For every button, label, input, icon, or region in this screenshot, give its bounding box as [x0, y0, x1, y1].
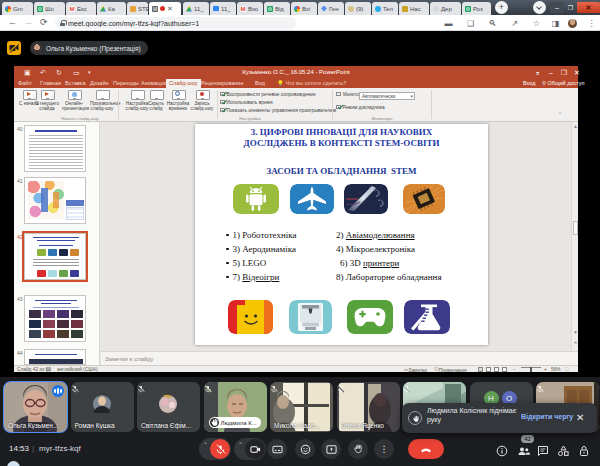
more-options-button[interactable]: ⋮	[374, 439, 394, 459]
zoom-in-icon[interactable]: +	[544, 367, 547, 372]
zoom-percentage[interactable]: 56%	[551, 367, 561, 372]
chat-button[interactable]	[537, 443, 550, 456]
browser-tab[interactable]: Тел	[372, 2, 398, 15]
camera-off-badge[interactable]	[7, 41, 21, 55]
checkbox-presenter-view[interactable]: Режим докладчика	[336, 104, 385, 110]
ppt-minimize-button[interactable]: –	[545, 66, 557, 79]
view-slideshow-button[interactable]	[502, 367, 507, 372]
back-icon[interactable]: ←	[8, 17, 17, 27]
present-screen-button[interactable]	[321, 439, 341, 459]
notes-pane[interactable]: Заметки к слайду	[101, 351, 578, 365]
mic-muted-button[interactable]	[210, 439, 230, 459]
captions-button[interactable]	[267, 439, 287, 459]
toast-open-queue-button[interactable]: Відкрити чергу	[521, 413, 573, 420]
ppt-tab-design[interactable]: Дизайн	[90, 79, 109, 88]
ribbon-present-online-button[interactable]: Онлайн-презентация	[62, 90, 86, 112]
ppt-tab-file[interactable]: Файл	[18, 79, 32, 88]
browser-tab[interactable]: Нас	[399, 2, 429, 15]
view-normal-button[interactable]	[478, 367, 483, 372]
scroll-up-icon[interactable]: ▲	[572, 122, 579, 130]
browser-tab[interactable]: Шо	[34, 2, 65, 15]
activities-button[interactable]	[557, 443, 570, 456]
bookmark-star-icon[interactable]: ☆	[532, 19, 541, 28]
video-tile-liudmyla[interactable]: Людмила К...	[204, 382, 267, 432]
browser-tab[interactable]: STE	[127, 2, 148, 15]
ppt-tab-insert[interactable]: Вставка	[65, 79, 85, 88]
browser-tab[interactable]: Ка	[97, 2, 126, 15]
meeting-details-button[interactable]	[496, 443, 509, 456]
slide-thumbnail-41[interactable]	[24, 177, 86, 224]
presenter-pill[interactable]: Ольга Кузьменко (Презентація)	[30, 41, 148, 55]
window-maximize-button[interactable]: ❐	[565, 2, 576, 13]
ppt-tab-slideshow[interactable]: Слайд-шоу	[166, 79, 201, 88]
ppt-tab-view[interactable]: Вид	[255, 79, 265, 88]
tab-search-chevron-button[interactable]	[533, 1, 546, 14]
share-icon[interactable]: ↗	[510, 19, 519, 28]
video-tile-olha[interactable]: Ольга Кузьмен...	[4, 382, 67, 432]
browser-tab[interactable]: Вхі	[291, 2, 317, 15]
browser-tab[interactable]: Дер	[430, 2, 461, 15]
spellcheck-icon[interactable]: 🕮	[46, 367, 51, 372]
new-tab-button[interactable]: +	[495, 1, 508, 14]
zoom-out-icon[interactable]: −	[513, 367, 516, 372]
browser-tab-active-meet[interactable]: M ✕	[149, 2, 181, 15]
browser-tab[interactable]: 11_	[210, 2, 236, 15]
browser-tab[interactable]: MВхо	[237, 2, 263, 15]
video-tile-roman[interactable]: Роман Кушка	[71, 382, 134, 432]
mic-options-chevron[interactable]: ⌃	[203, 441, 208, 448]
window-minimize-button[interactable]: –	[550, 2, 564, 13]
browser-tab[interactable]: 11_	[183, 2, 209, 15]
translate-icon[interactable]: ❏	[466, 19, 475, 28]
fit-to-window-icon[interactable]: ⛶	[565, 367, 568, 372]
browser-tab[interactable]: Роз	[462, 2, 491, 15]
status-language[interactable]: английский (США)	[57, 367, 98, 372]
ribbon-from-current-button[interactable]: С текущего слайда	[35, 90, 59, 112]
raised-hand-pill[interactable]: Людмила К...	[209, 417, 261, 428]
checkbox-show-media-controls[interactable]: Показать элементы управления проигрывате…	[220, 107, 336, 113]
status-comments-button[interactable]: 🗨 Примечания	[434, 367, 439, 372]
camera-options-chevron[interactable]: ⌃	[238, 441, 243, 448]
ppt-tab-review[interactable]: Рецензирование	[201, 79, 243, 88]
browser-menu-icon[interactable]: ⋮	[587, 19, 596, 28]
video-tile-svitlana[interactable]: Світлана Єфім...	[137, 382, 200, 432]
scrollbar-thumb[interactable]	[573, 221, 578, 235]
browser-tab[interactable]: Від	[264, 2, 290, 15]
view-reading-button[interactable]	[494, 367, 499, 372]
forward-icon[interactable]: →	[24, 17, 33, 27]
canvas-scrollbar[interactable]: ▲ ▼ ⏶ ⏷	[571, 122, 578, 365]
ribbon-rehearse-timings-button[interactable]: Настройка времени	[166, 90, 190, 112]
reactions-button[interactable]	[295, 439, 315, 459]
slide-thumbnail-43[interactable]	[24, 295, 86, 342]
toast-close-icon[interactable]: ✕	[576, 411, 584, 424]
slide-thumbnail-40[interactable]	[24, 125, 86, 172]
zoom-slider-knob[interactable]	[530, 367, 532, 372]
browser-tab[interactable]: (9)	[345, 2, 371, 15]
ppt-share[interactable]: ⚲ Общий доступ	[542, 79, 585, 88]
monitor-dropdown[interactable]: Автоматически	[359, 92, 415, 100]
ppt-tell-me[interactable]: 💡 Что вы хотите сделать?	[277, 79, 346, 88]
tab-close-icon[interactable]: ✕	[167, 5, 173, 12]
ppt-tab-home[interactable]: Главная	[40, 79, 61, 88]
browser-tab[interactable]: Ген	[318, 2, 344, 15]
checkbox-play-narrations[interactable]: Воспроизвести речевое сопровождение	[220, 91, 316, 97]
ribbon-custom-show-button[interactable]: Произвольное слайд-шоу	[90, 90, 114, 112]
ribbon-display-options-icon[interactable]: ⌅	[532, 66, 544, 79]
ribbon-collapse-icon[interactable]: ⌃	[555, 112, 565, 119]
participants-button[interactable]	[517, 443, 530, 456]
profile-avatar[interactable]	[568, 19, 577, 28]
scroll-down-icon[interactable]: ▼	[572, 328, 579, 336]
view-sorter-button[interactable]	[486, 367, 491, 372]
side-panel-icon[interactable]: ◨	[551, 19, 560, 28]
video-tile-mykola[interactable]: Микола Садо...	[270, 382, 333, 432]
ppt-maximize-button[interactable]: ❐	[558, 66, 570, 79]
ribbon-hide-slide-button[interactable]: Скрыть слайд	[144, 90, 168, 112]
browser-tab[interactable]: MЕкс	[66, 2, 96, 15]
status-notes-button[interactable]: ▭ Заметки	[404, 367, 409, 372]
checkbox-use-timings[interactable]: Использовать время	[220, 99, 272, 105]
zoom-search-icon[interactable]: 🔍︎	[488, 19, 497, 28]
end-call-button[interactable]	[408, 439, 444, 459]
ppt-tab-transitions[interactable]: Переходы	[113, 79, 139, 88]
ppt-tab-animations[interactable]: Анимации	[141, 79, 167, 88]
ribbon-record-show-button[interactable]: Запись слайд-шоу	[190, 90, 214, 112]
raise-hand-button[interactable]	[348, 439, 368, 459]
